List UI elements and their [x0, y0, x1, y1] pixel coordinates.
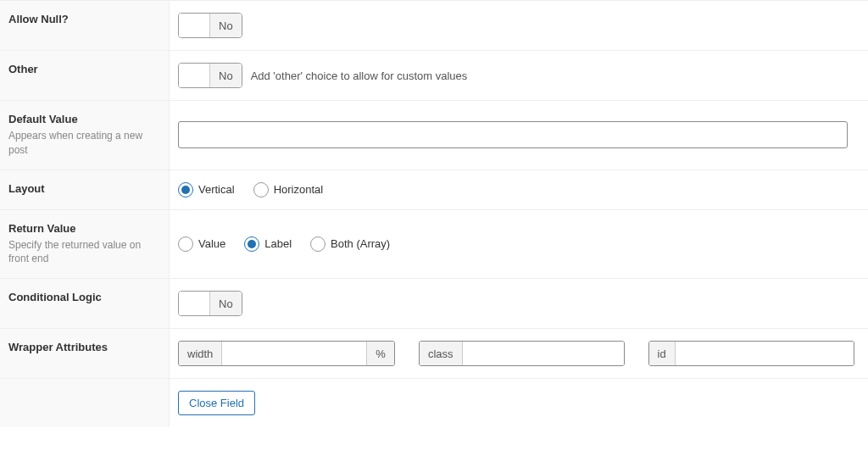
radio-icon [310, 236, 326, 252]
label-title: Allow Null? [8, 13, 160, 25]
label-conditional-logic: Conditional Logic [0, 279, 170, 328]
radio-icon [178, 236, 193, 252]
return-value-radios: Value Label Both (Array) [178, 236, 390, 252]
row-layout: Layout Vertical Horizontal [0, 170, 868, 209]
wrapper-width-input[interactable] [222, 342, 366, 365]
toggle-slot [179, 64, 209, 87]
other-desc: Add 'other' choice to allow for custom v… [251, 69, 468, 82]
label-allow-null: Allow Null? [0, 1, 170, 50]
radio-label: Horizontal [274, 183, 324, 196]
label-title: Other [8, 63, 160, 75]
field-wrapper-attributes: width % class id [170, 329, 868, 378]
wrapper-class-input[interactable] [463, 342, 624, 365]
return-value-label-radio[interactable]: Label [244, 236, 292, 252]
allow-null-toggle[interactable]: No [178, 13, 242, 38]
radio-label: Label [264, 237, 292, 250]
wrapper-id-input[interactable] [676, 342, 854, 365]
radio-label: Both (Array) [331, 237, 390, 250]
wrapper-width-group: width % [178, 341, 395, 366]
field-other: No Add 'other' choice to allow for custo… [170, 51, 868, 100]
toggle-label-text: No [209, 64, 242, 87]
layout-vertical-radio[interactable]: Vertical [178, 182, 235, 197]
field-default-value [170, 101, 868, 170]
row-return-value: Return Value Specify the returned value … [0, 209, 868, 279]
row-default-value: Default Value Appears when creating a ne… [0, 100, 868, 170]
radio-icon [253, 182, 269, 197]
row-allow-null: Allow Null? No [0, 0, 868, 50]
field-conditional-logic: No [170, 279, 868, 328]
return-value-value-radio[interactable]: Value [178, 236, 225, 252]
label-desc: Appears when creating a new post [8, 129, 160, 158]
layout-radios: Vertical Horizontal [178, 182, 323, 197]
wrapper-class-group: class [419, 341, 625, 366]
label-return-value: Return Value Specify the returned value … [0, 210, 170, 279]
field-layout: Vertical Horizontal [170, 170, 868, 209]
label-title: Wrapper Attributes [8, 341, 160, 353]
toggle-slot [179, 292, 209, 315]
label-title: Return Value [8, 222, 160, 235]
wrapper-id-group: id [648, 341, 854, 366]
radio-label: Value [198, 237, 225, 250]
label-default-value: Default Value Appears when creating a ne… [0, 101, 170, 170]
label-title: Layout [8, 182, 160, 195]
toggle-slot [179, 14, 209, 37]
field-allow-null: No [170, 1, 868, 50]
toggle-label-text: No [209, 14, 242, 37]
radio-label: Vertical [198, 183, 235, 196]
radio-icon [178, 182, 193, 197]
wrapper-width-prefix: width [179, 342, 222, 365]
label-layout: Layout [0, 170, 170, 209]
label-wrapper-attributes: Wrapper Attributes [0, 329, 170, 378]
other-toggle[interactable]: No [178, 63, 242, 88]
default-value-input[interactable] [178, 121, 848, 148]
label-desc: Specify the returned value on front end [8, 238, 160, 267]
conditional-logic-toggle[interactable]: No [178, 291, 242, 316]
row-other: Other No Add 'other' choice to allow for… [0, 50, 868, 100]
row-wrapper-attributes: Wrapper Attributes width % class id [0, 328, 868, 378]
field-return-value: Value Label Both (Array) [170, 210, 868, 279]
label-other: Other [0, 51, 170, 100]
row-conditional-logic: Conditional Logic No [0, 278, 868, 328]
wrapper-width-suffix: % [366, 342, 394, 365]
wrapper-id-prefix: id [649, 342, 676, 365]
return-value-both-radio[interactable]: Both (Array) [310, 236, 390, 252]
row-footer: Close Field [0, 378, 868, 427]
label-footer-empty [0, 379, 170, 427]
wrapper-class-prefix: class [420, 342, 463, 365]
label-title: Default Value [8, 113, 160, 125]
toggle-label-text: No [209, 292, 242, 315]
field-footer: Close Field [170, 379, 868, 427]
close-field-button[interactable]: Close Field [178, 391, 255, 415]
layout-horizontal-radio[interactable]: Horizontal [253, 182, 324, 197]
label-title: Conditional Logic [8, 291, 160, 303]
radio-icon [244, 236, 259, 252]
